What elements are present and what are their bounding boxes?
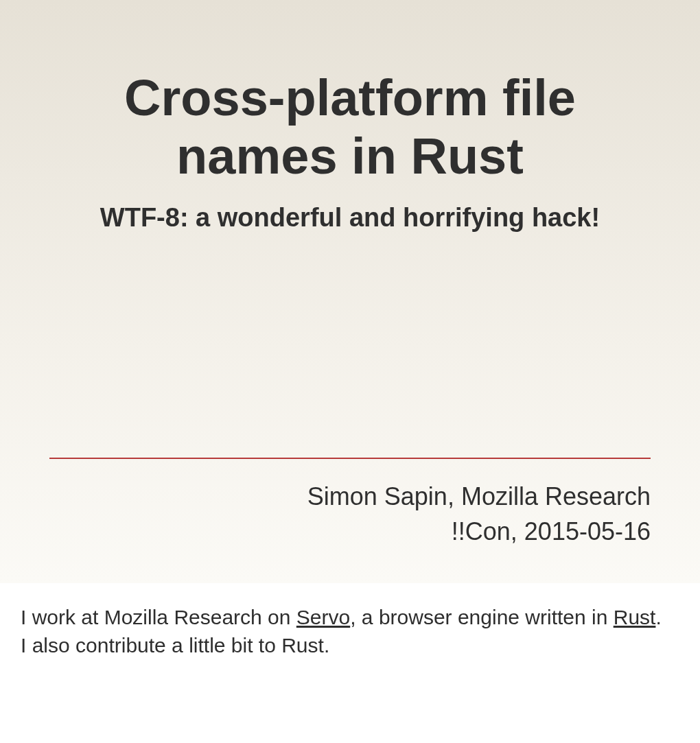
speaker-notes: I work at Mozilla Research on Servo, a b… [0,583,700,687]
notes-text: . [655,606,661,628]
notes-line-1: I work at Mozilla Research on Servo, a b… [21,604,679,632]
slide-subtitle: WTF-8: a wonderful and horrifying hack! [49,203,651,233]
byline: Simon Sapin, Mozilla Research !!Con, 201… [49,480,651,549]
spacer [49,233,651,458]
notes-text: I work at Mozilla Research on [21,606,296,628]
slide-title: Cross-platform file names in Rust [49,69,651,185]
notes-text: , a browser engine written in [350,606,614,628]
author-line: Simon Sapin, Mozilla Research [49,480,651,514]
slide: Cross-platform file names in Rust WTF-8:… [0,0,700,583]
event-line: !!Con, 2015-05-16 [49,515,651,549]
servo-link[interactable]: Servo [296,606,350,628]
notes-line-2: I also contribute a little bit to Rust. [21,632,679,660]
divider [49,458,651,459]
rust-link[interactable]: Rust [614,606,656,628]
